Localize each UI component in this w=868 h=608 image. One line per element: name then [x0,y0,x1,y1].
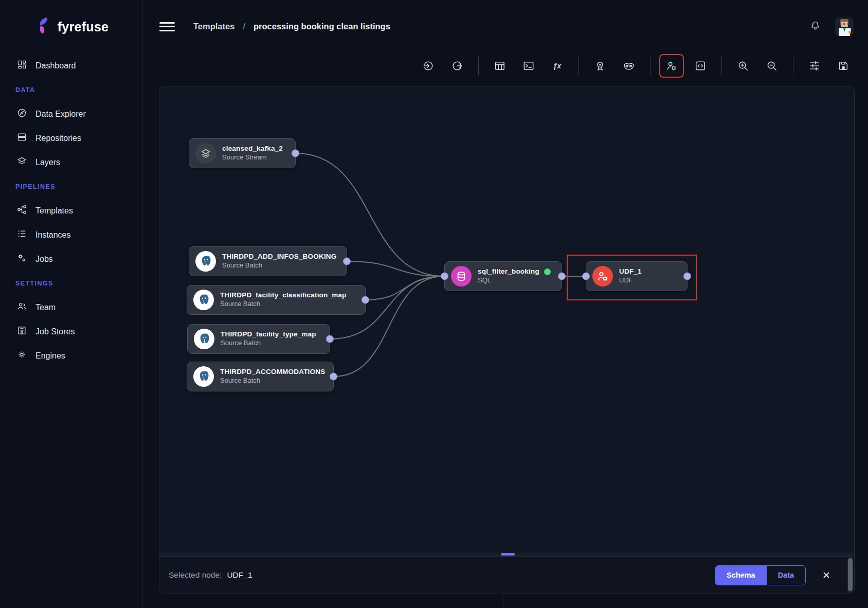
sidebar-item-label: Layers [35,158,60,167]
edge [366,276,444,300]
output-port[interactable] [558,273,566,280]
sign-out-icon[interactable] [446,55,468,77]
canvas-toolbar: ƒx [143,53,868,79]
breadcrumb-current-page: processing booking clean listings [254,22,390,31]
hamburger-menu-icon[interactable] [159,21,175,32]
mask-icon[interactable] [618,55,640,77]
building-icon [17,326,27,337]
zoom-in-icon[interactable] [732,55,754,77]
list-icon [17,229,27,241]
layers-icon [17,156,27,168]
function-fx-icon[interactable]: ƒx [546,55,569,77]
sidebar-item-jobs[interactable]: Jobs [0,247,142,271]
repositories-icon [17,132,27,144]
node-subtitle: Source Batch [220,377,325,385]
node-subtitle: Source Batch [220,300,347,308]
output-port[interactable] [330,373,337,381]
gears-icon [17,253,27,265]
sidebar-section-settings: SETTINGS [0,271,142,295]
sidebar-item-engines[interactable]: Engines [0,344,142,368]
node-title: THIRDPD_facility_classification_map [220,291,347,300]
graph-node-cleansed_kafka_2[interactable]: cleansed_kafka_2 Source Stream [189,138,296,168]
sidebar-item-label: Repositories [35,134,81,143]
flame-logo-icon [34,16,52,37]
save-icon[interactable] [832,55,855,77]
team-icon [17,301,27,313]
node-title: sql_filter_booking [478,267,539,276]
close-icon[interactable]: ✕ [819,568,834,582]
graph-node-THIRDPD_ADD_INFOS_BOOKING[interactable]: THIRDPD_ADD_INFOS_BOOKING Source Batch [189,246,347,276]
postgres-elephant-icon [195,251,216,272]
breadcrumb-separator: / [243,22,245,31]
badge-icon[interactable] [589,55,611,77]
header-actions [810,17,854,36]
svg-text:ƒx: ƒx [553,62,562,70]
engine-gear-icon [17,350,27,362]
sidebar-item-label: Job Stores [35,327,75,336]
sidebar-item-templates[interactable]: Templates [0,199,142,223]
toolbar-divider [578,57,579,75]
sidebar-item-label: Jobs [35,255,53,264]
graph-node-THIRDPD_ACCOMMODATIONS[interactable]: THIRDPD_ACCOMMODATIONS Source Batch [187,362,334,391]
sidebar-item-team[interactable]: Team [0,295,142,319]
postgres-elephant-icon [193,366,214,387]
zoom-out-icon[interactable] [761,55,783,77]
pipeline-graph[interactable]: cleansed_kafka_2 Source Stream THIRDPD_A… [159,86,854,556]
breadcrumb-templates[interactable]: Templates [193,22,234,31]
user-avatar[interactable] [835,17,854,36]
bottom-panel-divider [503,595,503,608]
vertical-scrollbar-thumb[interactable] [848,558,853,591]
graph-node-sql_filter_booking[interactable]: sql_filter_booking SQL [444,261,562,291]
sidebar-section-data: DATA [0,78,142,102]
input-port[interactable] [441,273,448,280]
terminal-icon[interactable] [517,55,540,77]
horizontal-scrollbar [159,552,854,556]
sidebar-section-pipelines: PIPELINES [0,174,142,199]
graph-node-THIRDPD_facility_type_map[interactable]: THIRDPD_facility_type_map Source Batch [187,324,330,354]
edge [347,261,444,276]
status-green-dot [544,269,551,275]
sidebar-item-job-stores[interactable]: Job Stores [0,319,142,344]
node-subtitle: Source Batch [221,339,316,347]
table-icon[interactable] [489,55,511,77]
toolbar-divider [793,57,793,75]
tune-sliders-icon[interactable] [803,55,826,77]
graph-node-UDF_1[interactable]: UDF_1 UDF [586,261,688,291]
sidebar-item-label: Engines [35,351,65,361]
user-gear-icon[interactable] [660,55,683,77]
output-port[interactable] [361,296,369,304]
sidebar-item-repositories[interactable]: Repositories [0,126,142,150]
database-icon [451,266,472,287]
pipeline-canvas-panel: cleansed_kafka_2 Source Stream THIRDPD_A… [159,86,855,594]
tab-data[interactable]: Data [767,566,805,585]
sidebar-item-label: Dashboard [35,61,76,70]
sidebar-item-instances[interactable]: Instances [0,223,142,247]
node-title: THIRDPD_ACCOMMODATIONS [220,368,325,377]
horizontal-scrollbar-thumb[interactable] [501,553,515,556]
notification-bell-icon[interactable] [810,21,821,33]
sidebar: fyrefuse Dashboard DATA Data Explorer [0,0,143,608]
node-title: UDF_1 [619,267,642,276]
sidebar-item-data-explorer[interactable]: Data Explorer [0,102,142,126]
toolbar-divider [721,57,722,75]
graph-node-THIRDPD_facility_classification_map[interactable]: THIRDPD_facility_classification_map Sour… [187,285,366,315]
vertical-scrollbar [847,558,853,593]
output-port[interactable] [292,150,299,157]
output-port[interactable] [683,273,691,280]
output-port[interactable] [343,258,351,265]
node-title: THIRDPD_ADD_INFOS_BOOKING [222,253,337,261]
sidebar-item-layers[interactable]: Layers [0,150,142,174]
node-subtitle: Source Stream [222,153,283,162]
output-port[interactable] [326,335,334,343]
node-title: THIRDPD_facility_type_map [221,330,316,339]
input-port[interactable] [582,273,590,280]
tab-schema[interactable]: Schema [715,566,767,585]
app-root: fyrefuse Dashboard DATA Data Explorer [0,0,868,608]
code-brackets-icon[interactable] [689,55,712,77]
toolbar-divider [650,57,650,75]
breadcrumb: Templates / processing booking clean lis… [193,22,390,31]
postgres-elephant-icon [194,329,214,349]
sidebar-item-dashboard[interactable]: Dashboard [0,53,142,78]
sign-in-icon[interactable] [417,55,440,77]
sidebar-nav: Dashboard DATA Data Explorer Repositorie… [0,53,142,368]
